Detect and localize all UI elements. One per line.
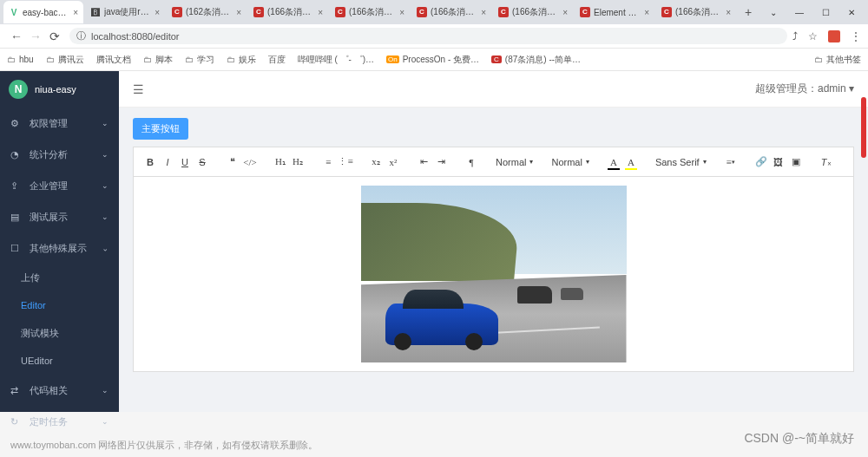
maximize-button[interactable]: ☐ — [812, 8, 838, 17]
sidebar-item-code[interactable]: ⇄代码相关⌄ — [0, 375, 119, 406]
share-icon[interactable]: ⤴ — [792, 30, 798, 42]
browser-tab[interactable]: C(166条消息)…× — [330, 1, 410, 23]
sidebar-item-other-special[interactable]: ☐其他特殊展示⌃ — [0, 232, 119, 264]
bookmark-item[interactable]: OnProcessOn - 免费… — [386, 54, 479, 66]
chevron-down-icon[interactable]: ⌄ — [760, 8, 786, 17]
browser-tab[interactable]: CElement UI…× — [575, 1, 654, 23]
close-icon[interactable]: × — [73, 8, 78, 17]
sidebar-item-scheduled[interactable]: ↻定时任务⌄ — [0, 406, 119, 437]
underline-button[interactable]: U — [177, 153, 193, 171]
superscript-button[interactable]: x² — [385, 153, 401, 171]
video-button[interactable]: ▣ — [788, 153, 804, 171]
close-icon[interactable]: × — [481, 8, 486, 17]
bookmark-item[interactable]: 🗀娱乐 — [227, 54, 256, 66]
extension-icon[interactable] — [828, 30, 840, 42]
close-icon[interactable]: × — [562, 8, 568, 17]
align-button[interactable]: ≡▾ — [723, 153, 739, 171]
tab-label: (166条消息)… — [675, 6, 722, 18]
bookmark-item[interactable]: 腾讯文档 — [96, 54, 131, 66]
sidebar-subitem-upload[interactable]: 上传 — [0, 264, 119, 291]
sidebar-item-label: 测试展示 — [30, 211, 68, 224]
browser-tab[interactable]: C(162条消息)…× — [167, 1, 247, 23]
close-icon[interactable]: × — [155, 8, 160, 17]
scroll-indicator[interactable] — [861, 97, 866, 158]
code-block-button[interactable]: </> — [242, 153, 258, 171]
italic-button[interactable]: I — [160, 153, 175, 171]
editor-content[interactable] — [134, 177, 853, 371]
inserted-image[interactable] — [361, 186, 627, 362]
sidebar-subitem-test-module[interactable]: 测试模块 — [0, 319, 119, 347]
bookmark-item[interactable]: 百度 — [268, 54, 286, 66]
size-select[interactable]: Normal▾ — [494, 157, 535, 167]
close-icon[interactable]: × — [236, 8, 241, 17]
browser-tab[interactable]: C(166条消息)…× — [656, 1, 736, 23]
bookmark-item[interactable]: 哔哩哔哩 ( ゜- ゜)… — [298, 54, 374, 66]
app-container: N niua-easy ⚙权限管理⌄ ◔统计分析⌄ ⇪企业管理⌄ ▤测试展示⌄ … — [0, 71, 868, 412]
display-icon: ▤ — [10, 212, 23, 223]
direction-button[interactable]: ¶ — [464, 153, 479, 171]
h2-button[interactable]: H₂ — [290, 153, 306, 171]
close-icon[interactable]: × — [726, 8, 731, 17]
close-icon[interactable]: × — [644, 8, 649, 17]
text-color-button[interactable]: A — [606, 153, 621, 171]
minimize-button[interactable]: — — [786, 8, 812, 17]
submenu: 上传 Editor 测试模块 UEditor — [0, 264, 119, 375]
header-select[interactable]: Normal▾ — [549, 157, 590, 167]
bookmark-item[interactable]: C(87条消息) --简单… — [491, 54, 581, 66]
sidebar-subitem-editor[interactable]: Editor — [0, 291, 119, 319]
close-icon[interactable]: × — [318, 8, 323, 17]
clear-format-button[interactable]: Tₓ — [819, 153, 834, 171]
browser-tab[interactable]: 🅱java使用repl…× — [85, 1, 165, 23]
bookmark-item[interactable]: 🗀hbu — [7, 55, 34, 64]
bookmark-icon: ☐ — [10, 243, 23, 254]
strike-button[interactable]: S — [194, 153, 210, 171]
chevron-down-icon: ⌄ — [102, 181, 108, 190]
browser-tab[interactable]: C(166条消息)…× — [411, 1, 491, 23]
bookmark-item[interactable]: 🗀腾讯云 — [46, 54, 84, 66]
blockquote-button[interactable]: ❝ — [225, 153, 240, 171]
font-select[interactable]: Sans Serif▾ — [654, 157, 708, 167]
browser-tab[interactable]: C(166条消息)…× — [493, 1, 573, 23]
primary-button[interactable]: 主要按钮 — [133, 118, 188, 140]
site-info-icon[interactable]: ⓘ — [76, 29, 86, 42]
indent-button[interactable]: ⇥ — [433, 153, 449, 171]
chevron-down-icon: ⌄ — [102, 386, 108, 395]
sidebar-item-label: 测试模块 — [21, 327, 59, 340]
back-button[interactable]: ← — [7, 29, 26, 43]
sidebar-item-analytics[interactable]: ◔统计分析⌄ — [0, 139, 119, 170]
browser-tab[interactable]: Veasy-backen× — [3, 1, 83, 23]
hamburger-icon[interactable]: ☰ — [133, 82, 144, 96]
user-dropdown[interactable]: 超级管理员：admin ▾ — [755, 82, 854, 96]
forward-button[interactable]: → — [26, 29, 45, 43]
reload-button[interactable]: ⟳ — [45, 29, 64, 43]
tab-label: easy-backen — [23, 8, 69, 17]
menu-icon[interactable]: ⋮ — [851, 30, 861, 42]
image-button[interactable]: 🖼 — [771, 153, 786, 171]
other-bookmarks[interactable]: 🗀其他书签 — [814, 54, 861, 66]
close-icon[interactable]: × — [399, 8, 404, 17]
sidebar-item-permissions[interactable]: ⚙权限管理⌄ — [0, 108, 119, 139]
bg-color-button[interactable]: A — [623, 153, 639, 171]
h1-button[interactable]: H₁ — [273, 153, 288, 171]
browser-tab[interactable]: C(166条消息)…× — [248, 1, 328, 23]
bookmark-item[interactable]: 🗀学习 — [185, 54, 214, 66]
brand-name: niua-easy — [35, 84, 76, 95]
bullet-list-button[interactable]: ⋮≡ — [338, 153, 353, 171]
chevron-down-icon: ⌄ — [102, 150, 108, 159]
bold-button[interactable]: B — [142, 153, 158, 171]
subscript-button[interactable]: x₂ — [368, 153, 384, 171]
sidebar: N niua-easy ⚙权限管理⌄ ◔统计分析⌄ ⇪企业管理⌄ ▤测试展示⌄ … — [0, 71, 119, 412]
new-tab-button[interactable]: + — [738, 5, 759, 19]
outdent-button[interactable]: ⇤ — [416, 153, 431, 171]
sidebar-item-enterprise[interactable]: ⇪企业管理⌄ — [0, 170, 119, 201]
close-window-button[interactable]: ✕ — [838, 8, 865, 17]
url-input[interactable]: ⓘ localhost:8080/editor — [69, 28, 787, 44]
rich-text-editor: B I U S ❝ </> H₁ H₂ ≡ ⋮≡ x₂ x² — [133, 147, 854, 372]
star-icon[interactable]: ☆ — [808, 30, 818, 42]
bookmark-item[interactable]: 🗀脚本 — [143, 54, 173, 66]
sidebar-item-test-display[interactable]: ▤测试展示⌄ — [0, 201, 119, 232]
ordered-list-button[interactable]: ≡ — [320, 153, 336, 171]
link-button[interactable]: 🔗 — [753, 153, 769, 171]
sidebar-subitem-ueditor[interactable]: UEditor — [0, 347, 119, 375]
tab-label: (166条消息)… — [431, 6, 477, 18]
